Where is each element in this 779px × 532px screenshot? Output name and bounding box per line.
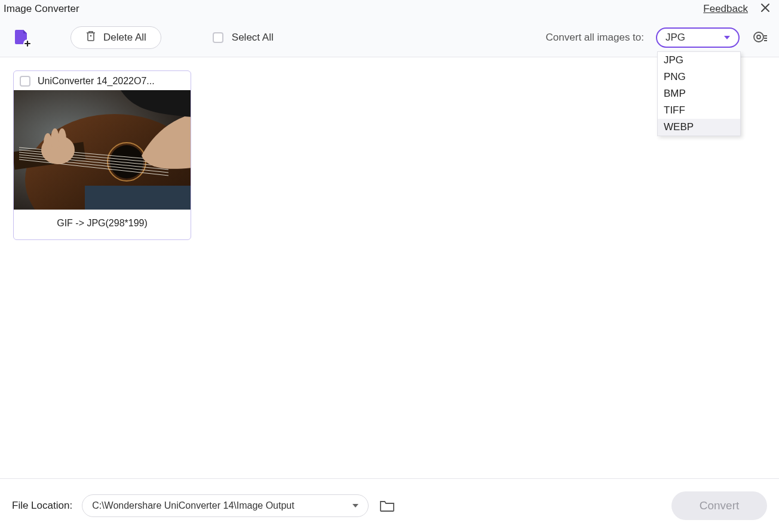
image-thumbnail xyxy=(14,90,191,210)
format-select[interactable]: JPG JPG PNG BMP TIFF WEBP xyxy=(656,27,740,48)
convert-to-label: Convert all images to: xyxy=(546,32,644,44)
checkbox-icon xyxy=(213,32,223,43)
format-dropdown: JPG PNG BMP TIFF WEBP xyxy=(657,51,741,136)
chevron-down-icon xyxy=(724,36,730,39)
toolbar-right: Convert all images to: JPG JPG PNG BMP T… xyxy=(546,27,768,48)
window-title: Image Converter xyxy=(4,3,79,15)
file-location-select[interactable]: C:\Wondershare UniConverter 14\Image Out… xyxy=(82,494,369,517)
delete-all-button[interactable]: Delete All xyxy=(70,26,161,49)
trash-icon xyxy=(85,30,96,45)
toolbar: Delete All Select All Convert all images… xyxy=(0,18,779,57)
svg-point-1 xyxy=(754,32,763,42)
image-checkbox[interactable] xyxy=(20,76,30,87)
convert-button-label: Convert xyxy=(700,499,740,512)
image-card[interactable]: UniConverter 14_2022O7... xyxy=(13,70,191,240)
format-option-tiff[interactable]: TIFF xyxy=(658,102,740,119)
svg-point-17 xyxy=(58,128,66,150)
file-location-label: File Location: xyxy=(12,500,72,512)
svg-rect-18 xyxy=(85,186,191,210)
select-all-checkbox[interactable]: Select All xyxy=(213,32,274,44)
feedback-link[interactable]: Feedback xyxy=(703,3,748,15)
title-bar: Image Converter Feedback xyxy=(0,0,779,18)
settings-icon[interactable] xyxy=(752,29,768,46)
add-file-icon[interactable] xyxy=(11,27,32,48)
format-option-webp[interactable]: WEBP xyxy=(658,119,740,136)
image-filename: UniConverter 14_2022O7... xyxy=(38,76,155,87)
file-location-path: C:\Wondershare UniConverter 14\Image Out… xyxy=(92,500,295,511)
titlebar-right: Feedback xyxy=(703,2,773,16)
format-option-jpg[interactable]: JPG xyxy=(658,52,740,69)
svg-point-15 xyxy=(44,133,52,152)
select-all-label: Select All xyxy=(232,32,274,44)
format-option-bmp[interactable]: BMP xyxy=(658,85,740,102)
format-option-png[interactable]: PNG xyxy=(658,69,740,85)
close-icon[interactable] xyxy=(757,2,773,16)
delete-all-label: Delete All xyxy=(103,32,146,44)
image-card-header: UniConverter 14_2022O7... xyxy=(14,71,191,90)
format-selected-value: JPG xyxy=(665,32,685,44)
chevron-down-icon xyxy=(352,504,358,508)
open-folder-icon[interactable] xyxy=(379,499,395,512)
bottom-bar: File Location: C:\Wondershare UniConvert… xyxy=(0,478,779,532)
svg-point-5 xyxy=(110,145,143,179)
svg-point-16 xyxy=(51,128,59,150)
convert-button[interactable]: Convert xyxy=(671,491,767,520)
image-conversion-info: GIF -> JPG(298*199) xyxy=(14,210,191,239)
svg-point-2 xyxy=(757,35,760,39)
